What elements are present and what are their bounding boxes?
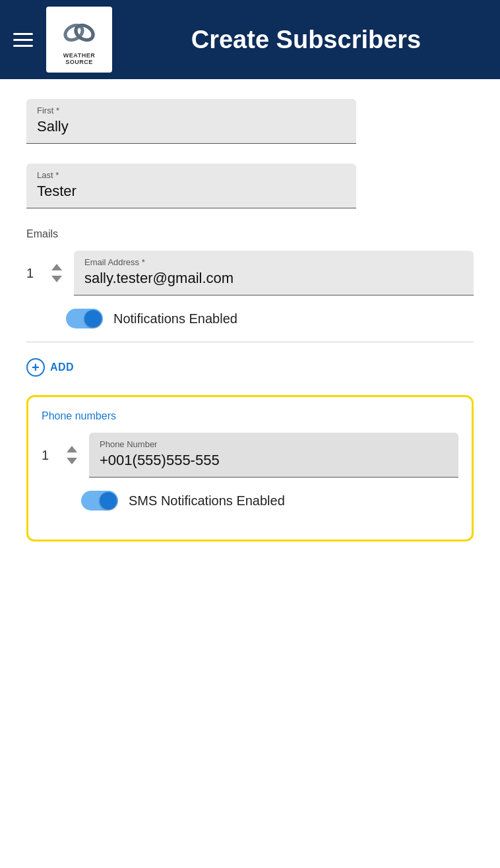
phone-numbers-section: Phone numbers 1 Phone Number [26, 395, 474, 542]
notifications-toggle-label: Notifications Enabled [113, 311, 237, 326]
section-divider [26, 342, 474, 342]
notifications-toggle[interactable] [66, 309, 103, 328]
down-arrow-icon [51, 276, 62, 282]
first-name-group: First * [26, 99, 474, 144]
add-label: ADD [50, 361, 74, 373]
email-input[interactable] [84, 270, 463, 287]
last-name-input[interactable] [37, 183, 346, 200]
phone-down-button[interactable] [65, 456, 78, 466]
sms-toggle[interactable] [81, 491, 118, 511]
toggle-thumb [84, 310, 102, 327]
up-arrow-icon [51, 264, 62, 270]
add-circle-icon: + [26, 358, 45, 377]
first-name-field[interactable]: First * [26, 99, 356, 144]
phone-arrow-buttons [65, 445, 78, 466]
add-email-button[interactable]: + ADD [26, 356, 74, 379]
logo: WEATHER SOURCE [46, 7, 112, 73]
toggle-track [66, 309, 103, 328]
logo-icon [59, 15, 99, 51]
phone-down-arrow-icon [67, 458, 77, 464]
email-field-label: Email Address * [84, 257, 463, 267]
sms-toggle-label: SMS Notifications Enabled [129, 493, 285, 509]
sms-toggle-thumb [100, 492, 117, 509]
email-item-number: 1 [26, 266, 40, 281]
logo-text: WEATHER SOURCE [63, 52, 95, 65]
first-name-label: First * [37, 106, 346, 115]
phone-field[interactable]: Phone Number [89, 433, 458, 478]
first-name-input[interactable] [37, 118, 346, 135]
emails-section-label: Emails [26, 228, 474, 240]
sms-toggle-track [81, 491, 118, 511]
email-arrow-buttons [50, 263, 63, 284]
phone-item-row: 1 Phone Number [42, 433, 458, 478]
main-content: First * Last * Emails 1 Email Addre [0, 79, 500, 868]
sms-toggle-row: SMS Notifications Enabled [42, 491, 458, 511]
last-name-field[interactable]: Last * [26, 164, 356, 208]
email-down-button[interactable] [50, 274, 63, 284]
notifications-toggle-row: Notifications Enabled [26, 309, 474, 328]
email-field[interactable]: Email Address * [74, 251, 474, 295]
last-name-label: Last * [37, 170, 346, 180]
phone-up-arrow-icon [67, 446, 77, 452]
email-item-row: 1 Email Address * [26, 251, 474, 295]
phone-up-button[interactable] [65, 445, 78, 454]
app-header: WEATHER SOURCE Create Subscribers [0, 0, 500, 79]
phone-item-number: 1 [42, 448, 55, 463]
email-up-button[interactable] [50, 263, 63, 272]
emails-section: Emails 1 Email Address * [26, 228, 474, 379]
phone-section-label: Phone numbers [42, 410, 458, 422]
phone-field-label: Phone Number [100, 439, 448, 449]
phone-input[interactable] [100, 452, 448, 469]
page-title: Create Subscribers [125, 26, 487, 54]
last-name-group: Last * [26, 164, 474, 208]
hamburger-menu[interactable] [13, 33, 33, 47]
